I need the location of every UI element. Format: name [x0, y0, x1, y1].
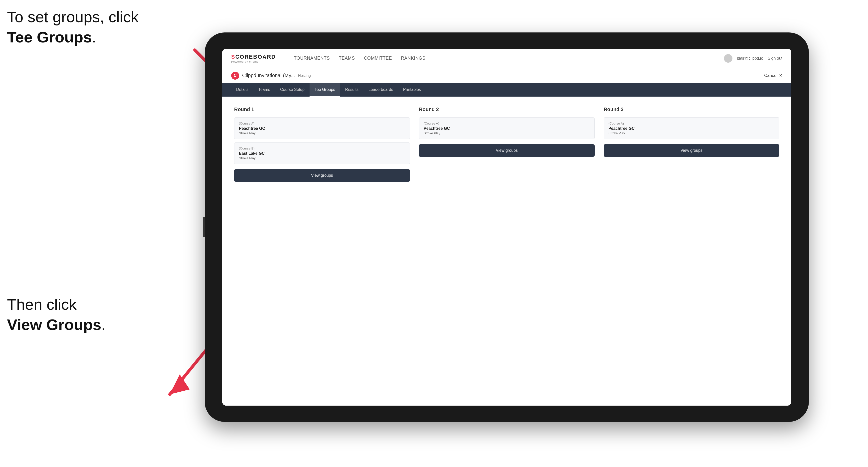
round-3-course-a-label: (Course A): [608, 122, 775, 125]
tab-bar: Details Teams Course Setup Tee Groups Re…: [222, 83, 792, 97]
round-1-course-a-name: Peachtree GC: [239, 126, 405, 131]
tablet-device: SCOREBOARD Powered by clippit TOURNAMENT…: [205, 32, 809, 422]
logo-sub: Powered by clippit: [231, 60, 276, 63]
round-2-label: Round 2: [419, 106, 595, 112]
round-3-course-a-type: Stroke Play: [608, 131, 775, 135]
tournament-bar: C Clippd Invitational (My... Hosting Can…: [222, 68, 792, 83]
round-2-column: Round 2 (Course A) Peachtree GC Stroke P…: [419, 106, 595, 182]
tablet-side-button: [203, 217, 205, 237]
tab-results[interactable]: Results: [340, 83, 364, 97]
sign-out-link[interactable]: Sign out: [768, 56, 782, 61]
tournament-title: Clippd Invitational (My...: [242, 73, 295, 79]
tournament-icon: C: [231, 72, 239, 80]
logo: SCOREBOARD: [231, 54, 276, 60]
nav-tournaments[interactable]: TOURNAMENTS: [294, 56, 330, 61]
round-3-course-a-name: Peachtree GC: [608, 126, 775, 131]
round-2-course-a-label: (Course A): [424, 122, 590, 125]
round-1-course-b-type: Stroke Play: [239, 156, 405, 160]
logo-area: SCOREBOARD Powered by clippit: [231, 54, 276, 63]
user-email: blair@clippd.io: [737, 56, 763, 61]
round-2-view-groups-button[interactable]: View groups: [419, 144, 595, 157]
round-3-column: Round 3 (Course A) Peachtree GC Stroke P…: [603, 106, 779, 182]
user-avatar: [724, 54, 733, 63]
round-1-course-a-type: Stroke Play: [239, 131, 405, 135]
round-2-course-a-name: Peachtree GC: [424, 126, 590, 131]
nav-teams[interactable]: TEAMS: [339, 56, 355, 61]
svg-marker-3: [170, 374, 190, 394]
rounds-grid: Round 1 (Course A) Peachtree GC Stroke P…: [234, 106, 779, 182]
round-2-course-a-type: Stroke Play: [424, 131, 590, 135]
tablet-screen: SCOREBOARD Powered by clippit TOURNAMENT…: [222, 49, 792, 406]
cancel-button[interactable]: Cancel ✕: [764, 73, 782, 78]
round-1-view-groups-button[interactable]: View groups: [234, 169, 410, 182]
instruction-bottom: Then click View Groups.: [7, 294, 105, 335]
top-nav: SCOREBOARD Powered by clippit TOURNAMENT…: [222, 49, 792, 68]
tab-tee-groups[interactable]: Tee Groups: [310, 83, 340, 97]
round-1-course-b-name: East Lake GC: [239, 151, 405, 156]
tab-details[interactable]: Details: [231, 83, 253, 97]
nav-rankings[interactable]: RANKINGS: [401, 56, 425, 61]
round-2-course-a-card: (Course A) Peachtree GC Stroke Play: [419, 117, 595, 139]
tab-teams[interactable]: Teams: [253, 83, 275, 97]
round-3-view-groups-button[interactable]: View groups: [603, 144, 779, 157]
hosting-badge: Hosting: [298, 73, 311, 77]
tab-course-setup[interactable]: Course Setup: [275, 83, 310, 97]
main-content: Round 1 (Course A) Peachtree GC Stroke P…: [222, 97, 792, 406]
nav-committee[interactable]: COMMITTEE: [364, 56, 392, 61]
round-1-label: Round 1: [234, 106, 410, 112]
nav-right: blair@clippd.io Sign out: [724, 54, 782, 63]
instruction-top: To set groups, click Tee Groups.: [7, 7, 138, 47]
round-1-course-b-card: (Course B) East Lake GC Stroke Play: [234, 142, 410, 164]
tab-printables[interactable]: Printables: [398, 83, 426, 97]
round-3-label: Round 3: [603, 106, 779, 112]
round-1-column: Round 1 (Course A) Peachtree GC Stroke P…: [234, 106, 410, 182]
round-1-course-a-card: (Course A) Peachtree GC Stroke Play: [234, 117, 410, 139]
round-1-course-b-label: (Course B): [239, 147, 405, 150]
nav-items: TOURNAMENTS TEAMS COMMITTEE RANKINGS: [294, 56, 712, 61]
tab-leaderboards[interactable]: Leaderboards: [364, 83, 398, 97]
round-1-course-a-label: (Course A): [239, 122, 405, 125]
round-3-course-a-card: (Course A) Peachtree GC Stroke Play: [603, 117, 779, 139]
